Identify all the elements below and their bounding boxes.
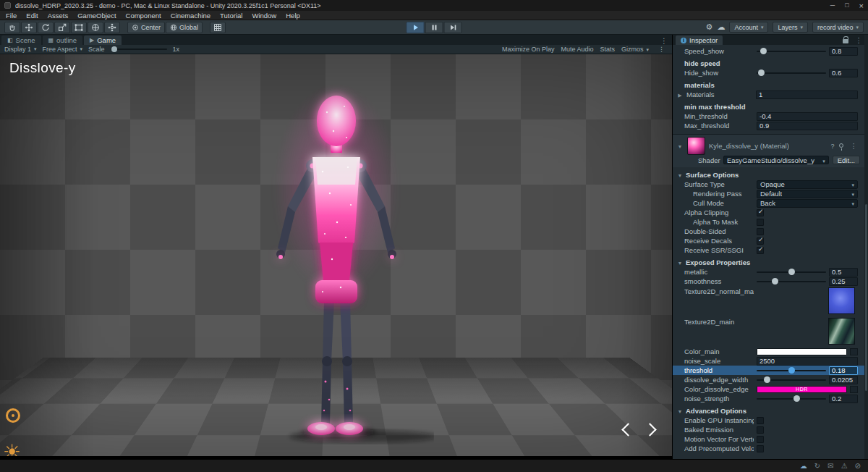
display-dropdown[interactable]: Display 1	[4, 46, 37, 53]
tab-inspector[interactable]: Inspector	[676, 35, 723, 45]
shader-edit-button[interactable]: Edit...	[833, 156, 860, 164]
double-sided-checkbox[interactable]	[757, 228, 764, 235]
threshold-value-field[interactable]: 0.18	[829, 366, 858, 375]
rendering-pass-dropdown[interactable]: Default	[757, 190, 858, 198]
tab-game[interactable]: Game	[84, 35, 122, 45]
warning-icon[interactable]	[841, 462, 848, 470]
hide-show-slider[interactable]	[757, 72, 826, 74]
pause-button[interactable]	[425, 22, 443, 33]
game-ui-ring-button[interactable]	[6, 408, 20, 423]
panel-menu-icon[interactable]	[658, 37, 671, 45]
slider-thumb[interactable]	[793, 395, 800, 402]
move-tool-button[interactable]	[21, 22, 37, 33]
exposed-properties-header[interactable]: Exposed Properties	[673, 258, 864, 267]
metallic-value-field[interactable]: 0.5	[829, 268, 858, 277]
game-viewport[interactable]: Disslove-y	[0, 54, 672, 459]
precomputed-velocity-checkbox[interactable]	[757, 445, 764, 452]
eyedropper-icon[interactable]	[850, 386, 858, 393]
error-icon[interactable]	[855, 462, 861, 470]
edge-color-swatch[interactable]: HDR	[757, 386, 847, 393]
metallic-slider[interactable]	[757, 271, 826, 273]
eyedropper-icon[interactable]	[850, 348, 858, 355]
pin-icon[interactable]	[839, 143, 843, 148]
step-button[interactable]	[444, 22, 462, 33]
transform-tool-button[interactable]	[88, 22, 103, 33]
scale-tool-button[interactable]	[54, 22, 70, 33]
slider-thumb[interactable]	[760, 48, 767, 54]
shader-dropdown[interactable]: EasyGameStudio/dissolve_y	[723, 156, 829, 164]
maximize-on-play-toggle[interactable]: Maximize On Play	[502, 46, 555, 53]
layers-dropdown[interactable]: Layers	[773, 22, 808, 33]
rotate-tool-button[interactable]	[38, 22, 54, 33]
help-icon[interactable]	[830, 142, 834, 150]
edge-width-slider[interactable]	[757, 379, 826, 381]
account-dropdown[interactable]: Account	[729, 22, 768, 33]
console-message-icon[interactable]	[827, 462, 833, 470]
mute-audio-toggle[interactable]: Mute Audio	[561, 46, 593, 53]
menu-help[interactable]: Help	[286, 12, 300, 20]
slider-thumb[interactable]	[764, 376, 770, 383]
baked-emission-checkbox[interactable]	[757, 426, 764, 434]
game-ui-sun-button[interactable]	[3, 442, 21, 459]
cloud-status-icon[interactable]	[800, 462, 807, 470]
menu-tutorial[interactable]: Tutorial	[220, 12, 242, 20]
max-threshold-field[interactable]: 0.9	[757, 122, 858, 130]
tab-outline[interactable]: outline	[43, 35, 83, 45]
grid-snap-button[interactable]	[210, 22, 226, 33]
scrollbar-thumb[interactable]	[865, 204, 867, 391]
surface-type-dropdown[interactable]: Opaque	[757, 180, 858, 189]
main-texture-thumbnail[interactable]	[828, 318, 855, 345]
materials-foldout[interactable]	[676, 90, 684, 98]
receive-ssr-checkbox[interactable]	[757, 247, 764, 254]
refresh-icon[interactable]	[814, 462, 820, 470]
min-threshold-field[interactable]: -0.4	[757, 112, 858, 121]
smoothness-slider[interactable]	[757, 281, 826, 282]
orientation-toggle-button[interactable]: Global	[166, 22, 203, 33]
menu-edit[interactable]: Edit	[26, 12, 38, 20]
maximize-button[interactable]	[845, 1, 848, 10]
slider-thumb[interactable]	[788, 269, 795, 275]
close-button[interactable]	[859, 1, 864, 10]
stats-toggle[interactable]: Stats	[600, 46, 615, 53]
menu-window[interactable]: Window	[252, 12, 276, 20]
materials-size-field[interactable]: 1	[756, 90, 858, 99]
aspect-dropdown[interactable]: Free Aspect	[43, 46, 83, 53]
menu-cinemachine[interactable]: Cinemachine	[171, 12, 210, 20]
alpha-clipping-checkbox[interactable]	[757, 209, 764, 216]
game-view-menu-icon[interactable]	[655, 46, 668, 53]
inspector-scrollbar[interactable]	[864, 35, 868, 459]
motion-vector-checkbox[interactable]	[757, 436, 764, 443]
color-main-swatch[interactable]	[757, 348, 847, 355]
smoothness-value-field[interactable]: 0.25	[829, 277, 858, 286]
pivot-toggle-button[interactable]: Center	[127, 22, 165, 33]
noise-strength-value-field[interactable]: 0.2	[829, 395, 858, 403]
speed-show-slider[interactable]	[757, 51, 826, 52]
receive-decals-checkbox[interactable]	[757, 237, 764, 245]
scale-slider[interactable]	[111, 49, 167, 50]
surface-options-header[interactable]: Surface Options	[673, 170, 864, 180]
services-gear-icon[interactable]	[706, 23, 713, 31]
slider-thumb[interactable]	[772, 278, 778, 285]
scale-slider-knob[interactable]	[111, 46, 117, 52]
noise-strength-slider[interactable]	[757, 398, 826, 400]
material-menu-icon[interactable]	[848, 142, 861, 150]
slider-thumb[interactable]	[788, 367, 795, 374]
material-foldout[interactable]	[676, 142, 684, 150]
rect-tool-button[interactable]	[71, 22, 87, 33]
hide-show-value-field[interactable]: 0.6	[829, 69, 858, 77]
cloud-icon[interactable]	[717, 23, 725, 31]
gpu-instancing-checkbox[interactable]	[757, 417, 764, 424]
speed-show-value-field[interactable]: 0.8	[829, 47, 858, 56]
hand-tool-button[interactable]	[4, 22, 20, 33]
lock-icon[interactable]	[843, 39, 848, 43]
normal-map-thumbnail[interactable]	[828, 287, 855, 314]
alpha-to-mask-checkbox[interactable]	[757, 219, 764, 226]
menu-assets[interactable]: Assets	[48, 12, 69, 20]
menu-component[interactable]: Component	[126, 12, 161, 20]
inspector-menu-icon[interactable]	[853, 36, 866, 44]
edge-width-value-field[interactable]: 0.0205	[829, 376, 858, 384]
layout-dropdown[interactable]: record video	[812, 22, 864, 33]
menu-file[interactable]: File	[6, 12, 17, 20]
advanced-options-header[interactable]: Advanced Options	[673, 406, 864, 416]
slider-thumb[interactable]	[758, 69, 765, 76]
